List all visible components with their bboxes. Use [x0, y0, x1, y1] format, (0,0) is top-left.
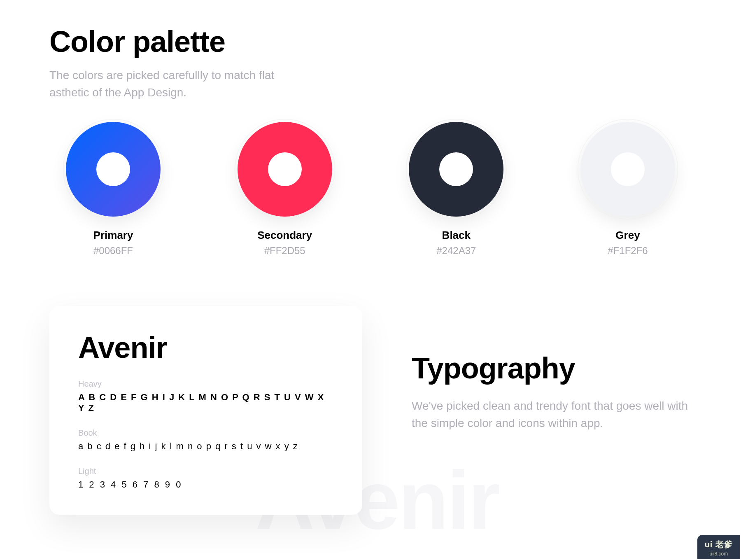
- typography-section: Avenir Heavy A B C D E F G H I J K L M N…: [49, 306, 692, 515]
- sample-book: a b c d e f g h i j k l m n o p q r s t …: [78, 441, 333, 452]
- color-hole: [611, 152, 645, 186]
- color-hole: [96, 152, 130, 186]
- swatch-hex: #FF2D55: [264, 245, 305, 257]
- color-circle-primary: [66, 122, 161, 217]
- color-circle-secondary: [238, 122, 332, 217]
- swatch-grey: Grey #F1F2F6: [580, 122, 675, 257]
- weight-label-light: Light: [78, 467, 333, 476]
- font-name: Avenir: [78, 331, 333, 364]
- color-hole: [439, 152, 473, 186]
- color-circle-grey: [580, 122, 675, 217]
- typography-info: Typography We've picked clean and trendy…: [412, 306, 692, 515]
- swatch-label: Grey: [615, 229, 640, 242]
- site-badge[interactable]: ui 老爹 uii8.com: [697, 535, 740, 559]
- swatch-primary: Primary #0066FF: [66, 122, 161, 257]
- swatch-hex: #0066FF: [93, 245, 133, 257]
- palette-title: Color palette: [49, 25, 692, 58]
- sample-heavy: A B C D E F G H I J K L M N O P Q R S T …: [78, 392, 333, 413]
- typography-title: Typography: [412, 351, 692, 385]
- palette-row: Primary #0066FF Secondary #FF2D55 Black …: [49, 122, 692, 257]
- weight-label-book: Book: [78, 428, 333, 438]
- palette-description: The colors are picked carefullly to matc…: [49, 67, 288, 101]
- sample-light: 1 2 3 4 5 6 7 8 9 0: [78, 479, 333, 490]
- color-hole: [268, 152, 302, 186]
- swatch-black: Black #242A37: [409, 122, 503, 257]
- badge-sub: uii8.com: [705, 551, 733, 557]
- swatch-hex: #242A37: [436, 245, 476, 257]
- typography-description: We've picked clean and trendy font that …: [412, 397, 692, 432]
- typography-card: Avenir Heavy A B C D E F G H I J K L M N…: [49, 306, 362, 515]
- weight-label-heavy: Heavy: [78, 379, 333, 389]
- swatch-hex: #F1F2F6: [608, 245, 648, 257]
- color-circle-black: [409, 122, 503, 217]
- badge-main: ui 老爹: [705, 539, 733, 550]
- swatch-label: Secondary: [257, 229, 312, 242]
- swatch-label: Primary: [93, 229, 133, 242]
- swatch-label: Black: [442, 229, 471, 242]
- swatch-secondary: Secondary #FF2D55: [238, 122, 332, 257]
